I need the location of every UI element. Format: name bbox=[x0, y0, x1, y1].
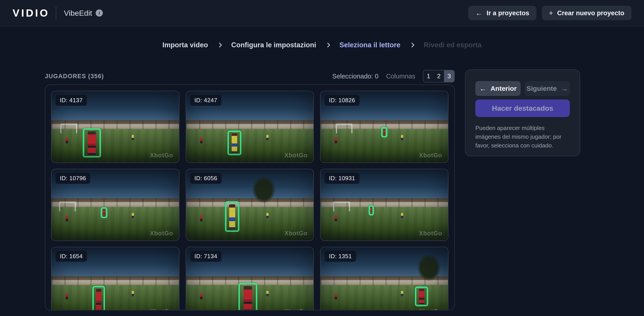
player-id-badge: ID: 1351 bbox=[324, 251, 356, 262]
player-id-badge: ID: 7134 bbox=[190, 251, 222, 262]
back-arrow-icon: ← bbox=[479, 85, 486, 93]
info-icon[interactable]: i bbox=[96, 10, 103, 17]
actions-panel: ← Anterior Siguiente → Hacer destacados … bbox=[465, 70, 580, 156]
player-id-badge: ID: 6056 bbox=[190, 173, 222, 184]
player-card[interactable]: ID: 1351 XbotGo bbox=[320, 247, 448, 310]
player-card[interactable]: ID: 10931 XbotGo bbox=[320, 169, 448, 241]
watermark-text: XbotGo bbox=[284, 230, 308, 237]
selected-value: 0 bbox=[375, 73, 378, 80]
header-actions: ← Ir a proyectos + Crear nuevo proyecto bbox=[468, 6, 632, 20]
vidio-logo: VIDIO bbox=[12, 7, 50, 19]
player-card[interactable]: ID: 4247 XbotGo bbox=[186, 91, 314, 163]
watermark-text: XbotGo bbox=[284, 152, 308, 159]
player-id-badge: ID: 10826 bbox=[324, 95, 359, 106]
selected-label: Seleccionado: bbox=[332, 73, 373, 80]
brand: VIDIO VibeEdit i bbox=[12, 7, 103, 20]
step-3[interactable]: Seleziona il lettore bbox=[339, 41, 400, 49]
app-header: VIDIO VibeEdit i ← Ir a proyectos + Crea… bbox=[0, 0, 644, 27]
step-1[interactable]: Importa video bbox=[162, 41, 208, 49]
create-project-label: Crear nuevo proyecto bbox=[557, 10, 624, 17]
columns-option-2[interactable]: 2 bbox=[434, 70, 444, 82]
columns-option-3[interactable]: 3 bbox=[444, 70, 454, 82]
previous-label: Anterior bbox=[490, 85, 517, 92]
section-title: JUGADORES (356) bbox=[45, 73, 104, 80]
content-header: JUGADORES (356) Seleccionado: 0 Columnas… bbox=[45, 69, 455, 83]
chevron-right-icon bbox=[410, 43, 414, 48]
plus-icon: + bbox=[549, 9, 553, 17]
watermark-text: XbotGo bbox=[419, 152, 442, 159]
player-thumbnail: ID: 10796 XbotGo bbox=[52, 169, 179, 240]
player-card[interactable]: ID: 10826 XbotGo bbox=[320, 91, 448, 163]
chevron-right-icon bbox=[217, 43, 222, 48]
forward-arrow-icon: → bbox=[561, 85, 568, 93]
previous-button[interactable]: ← Anterior bbox=[475, 81, 520, 96]
next-label: Siguiente bbox=[526, 85, 557, 92]
player-thumbnail: ID: 1351 XbotGo bbox=[320, 247, 448, 310]
player-id-badge: ID: 1654 bbox=[56, 251, 87, 262]
player-card[interactable]: ID: 7134 XbotGo bbox=[186, 247, 314, 310]
back-arrow-icon: ← bbox=[475, 9, 482, 17]
watermark-text: XbotGo bbox=[150, 152, 173, 159]
create-project-button[interactable]: + Crear nuevo proyecto bbox=[542, 6, 632, 20]
player-card[interactable]: ID: 1654 XbotGo bbox=[51, 247, 180, 310]
brand-divider bbox=[56, 7, 56, 20]
selected-count: Seleccionado: 0 bbox=[332, 73, 378, 80]
player-card[interactable]: ID: 6056 XbotGo bbox=[186, 169, 314, 241]
player-id-badge: ID: 4137 bbox=[56, 95, 87, 106]
chevron-right-icon bbox=[325, 43, 330, 48]
panel-nav: ← Anterior Siguiente → bbox=[475, 81, 570, 96]
make-highlights-button[interactable]: Hacer destacados bbox=[475, 100, 570, 117]
go-to-projects-label: Ir a proyectos bbox=[486, 10, 529, 17]
next-button[interactable]: Siguiente → bbox=[524, 81, 570, 96]
columns-label: Columnas bbox=[386, 73, 415, 80]
player-card[interactable]: ID: 4137 XbotGo bbox=[51, 91, 180, 163]
columns-segmented-control: 123 bbox=[423, 70, 455, 83]
player-id-badge: ID: 10931 bbox=[324, 173, 359, 184]
wizard-stepper: Importa videoConfigura le impostazioniSe… bbox=[0, 40, 644, 51]
player-thumbnail: ID: 7134 XbotGo bbox=[186, 247, 314, 310]
go-to-projects-button[interactable]: ← Ir a proyectos bbox=[468, 6, 536, 20]
player-id-badge: ID: 4247 bbox=[190, 95, 222, 106]
watermark-text: XbotGo bbox=[284, 308, 308, 310]
player-thumbnail: ID: 10931 XbotGo bbox=[320, 169, 448, 240]
step-2[interactable]: Configura le impostazioni bbox=[231, 41, 316, 49]
watermark-text: XbotGo bbox=[419, 230, 442, 237]
player-thumbnail: ID: 4137 XbotGo bbox=[52, 91, 179, 162]
panel-note: Pueden aparecer múltiples imágenes del m… bbox=[475, 124, 570, 150]
watermark-text: XbotGo bbox=[150, 230, 173, 237]
player-id-badge: ID: 10796 bbox=[56, 173, 90, 184]
grid-controls: Seleccionado: 0 Columnas 123 bbox=[332, 70, 455, 83]
player-card[interactable]: ID: 10796 XbotGo bbox=[51, 169, 180, 241]
player-thumbnail: ID: 4247 XbotGo bbox=[186, 91, 314, 162]
player-thumbnail: ID: 6056 XbotGo bbox=[186, 169, 314, 240]
player-thumbnail: ID: 1654 XbotGo bbox=[52, 247, 179, 310]
columns-option-1[interactable]: 1 bbox=[423, 70, 434, 82]
watermark-text: XbotGo bbox=[419, 308, 442, 310]
player-grid: ID: 4137 XbotGo ID: 4247 XbotGo bbox=[45, 85, 455, 310]
step-4[interactable]: Rivedi ed esporta bbox=[424, 41, 482, 49]
app-name: VibeEdit bbox=[64, 9, 92, 18]
player-thumbnail: ID: 10826 XbotGo bbox=[320, 91, 448, 162]
watermark-text: XbotGo bbox=[150, 308, 173, 310]
